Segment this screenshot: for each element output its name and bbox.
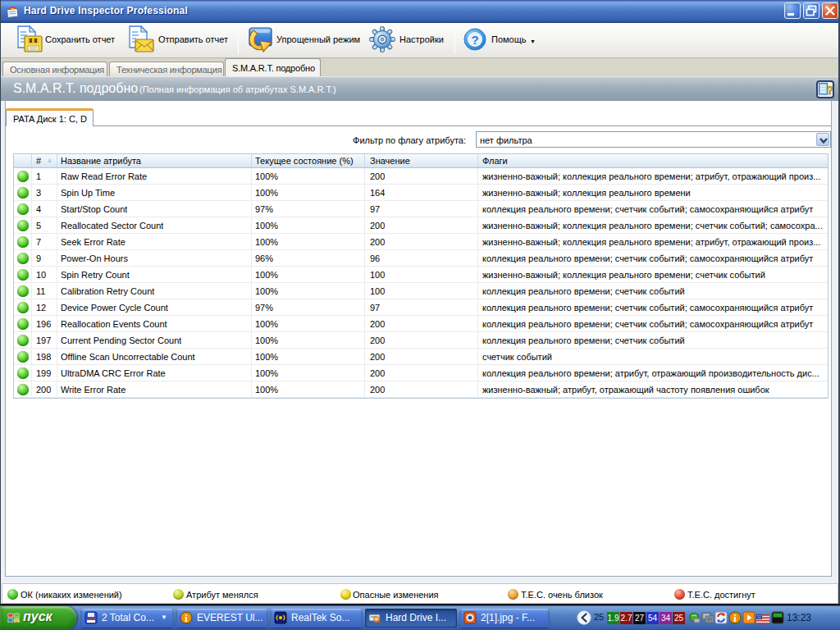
svg-text:?: ? (471, 33, 478, 47)
svg-text:?: ? (827, 84, 833, 97)
